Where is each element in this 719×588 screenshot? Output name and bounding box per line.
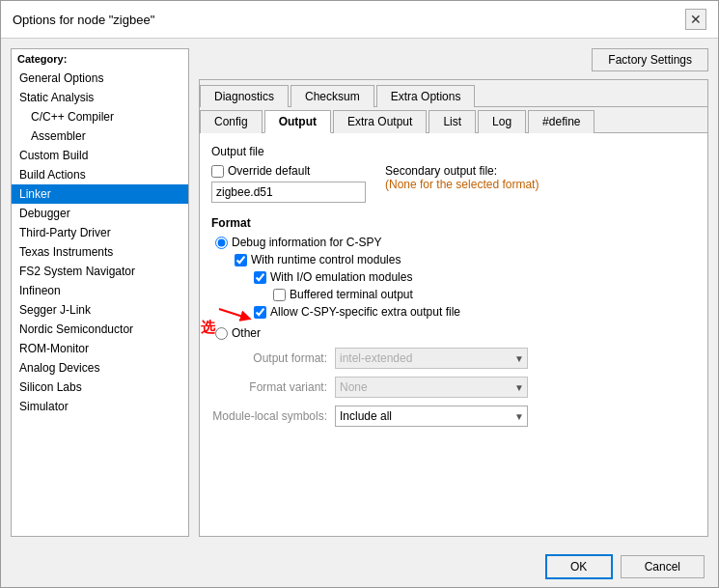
debug-info-label: Debug information for C-SPY bbox=[232, 236, 381, 249]
tab-row-bottom: Config Output Extra Output List Log #def… bbox=[200, 107, 707, 133]
content-area: Factory Settings Diagnostics Checksum Ex… bbox=[199, 48, 708, 537]
buffered-terminal-checkbox[interactable] bbox=[273, 289, 286, 301]
sidebar-item-segger-jlink[interactable]: Segger J-Link bbox=[12, 300, 188, 320]
format-variant-label: Format variant: bbox=[211, 380, 327, 394]
runtime-control-row: With runtime control modules bbox=[235, 253, 696, 266]
svg-line-1 bbox=[219, 309, 246, 318]
secondary-output-info: Secondary output file: (None for the sel… bbox=[385, 164, 539, 191]
format-variant-select[interactable]: None bbox=[335, 377, 528, 398]
output-format-label: Output format: bbox=[211, 351, 327, 365]
sidebar-item-custom-build[interactable]: Custom Build bbox=[12, 146, 188, 165]
format-variant-row: Format variant: None ▼ bbox=[211, 377, 696, 398]
chinese-annotation: 勾选 bbox=[200, 319, 215, 337]
sidebar-item-third-party-driver[interactable]: Third-Party Driver bbox=[12, 223, 188, 242]
sidebar-item-texas-instruments[interactable]: Texas Instruments bbox=[12, 242, 188, 262]
override-default-row: Override default bbox=[211, 164, 366, 178]
sidebar-item-simulator[interactable]: Simulator bbox=[12, 397, 188, 416]
sidebar-item-rom-monitor[interactable]: ROM-Monitor bbox=[12, 339, 188, 358]
tab-extra-options[interactable]: Extra Options bbox=[376, 85, 476, 107]
sidebar-item-nordic-semiconductor[interactable]: Nordic Semiconductor bbox=[12, 320, 188, 339]
tab-list[interactable]: List bbox=[429, 110, 476, 133]
other-radio[interactable] bbox=[215, 327, 228, 340]
factory-btn-row: Factory Settings bbox=[199, 48, 708, 71]
dialog: Options for node "zigbee" ✕ Category: Ge… bbox=[0, 0, 719, 588]
sidebar-item-general-options[interactable]: General Options bbox=[12, 69, 188, 88]
close-button[interactable]: ✕ bbox=[685, 9, 706, 30]
panel-content: Output file Override default Secondary bbox=[200, 133, 707, 536]
red-arrow-icon bbox=[217, 303, 252, 324]
secondary-output-label: Secondary output file: bbox=[385, 164, 539, 178]
allow-cspy-label: Allow C-SPY-specific extra output file bbox=[270, 305, 460, 319]
runtime-control-label: With runtime control modules bbox=[251, 253, 401, 266]
output-file-left: Override default bbox=[211, 164, 366, 203]
cancel-button[interactable]: Cancel bbox=[621, 555, 705, 578]
io-emulation-row: With I/O emulation modules bbox=[254, 270, 696, 284]
output-file-row: Override default Secondary output file: … bbox=[211, 164, 696, 203]
title-bar: Options for node "zigbee" ✕ bbox=[1, 1, 718, 39]
debug-info-radio[interactable] bbox=[215, 237, 228, 249]
filename-input[interactable] bbox=[211, 182, 366, 203]
io-emulation-checkbox[interactable] bbox=[254, 271, 266, 284]
module-local-select[interactable]: Include all bbox=[335, 406, 528, 427]
sidebar-item-static-analysis[interactable]: Static Analysis bbox=[12, 88, 188, 107]
dialog-body: Category: General Options Static Analysi… bbox=[1, 39, 718, 546]
format-radio-group: Debug information for C-SPY With runtime… bbox=[215, 236, 696, 340]
runtime-control-checkbox[interactable] bbox=[235, 254, 247, 266]
sidebar-item-linker[interactable]: Linker bbox=[12, 184, 188, 204]
sidebar-item-infineon[interactable]: Infineon bbox=[12, 281, 188, 300]
override-default-label: Override default bbox=[228, 164, 310, 178]
allow-cspy-row: Allow C-SPY-specific extra output file 勾… bbox=[254, 305, 696, 319]
output-file-label: Output file bbox=[211, 145, 696, 158]
other-label: Other bbox=[232, 326, 261, 340]
output-format-select[interactable]: intel-extended bbox=[335, 348, 528, 369]
other-row: Other bbox=[215, 326, 696, 340]
sidebar-item-fs2-system-navigator[interactable]: FS2 System Navigator bbox=[12, 262, 188, 281]
io-emulation-label: With I/O emulation modules bbox=[270, 270, 412, 284]
factory-settings-button[interactable]: Factory Settings bbox=[592, 48, 708, 71]
buffered-terminal-row: Buffered terminal output bbox=[273, 288, 696, 301]
tab-log[interactable]: Log bbox=[478, 110, 526, 133]
category-label: Category: bbox=[12, 49, 188, 69]
output-format-wrapper: intel-extended ▼ bbox=[335, 348, 528, 369]
module-local-row: Module-local symbols: Include all ▼ bbox=[211, 406, 696, 427]
format-variant-wrapper: None ▼ bbox=[335, 377, 528, 398]
sidebar-item-silicon-labs[interactable]: Silicon Labs bbox=[12, 378, 188, 397]
module-local-label: Module-local symbols: bbox=[211, 409, 327, 423]
tab-extra-output[interactable]: Extra Output bbox=[333, 110, 427, 133]
format-label: Format bbox=[211, 216, 696, 230]
sidebar: Category: General Options Static Analysi… bbox=[11, 48, 189, 537]
sidebar-item-analog-devices[interactable]: Analog Devices bbox=[12, 358, 188, 378]
tab-row-top: Diagnostics Checksum Extra Options bbox=[200, 80, 707, 107]
tab-define[interactable]: #define bbox=[528, 110, 595, 133]
buffered-terminal-label: Buffered terminal output bbox=[290, 288, 413, 301]
output-format-row: Output format: intel-extended ▼ bbox=[211, 348, 696, 369]
debug-info-row: Debug information for C-SPY bbox=[215, 236, 696, 249]
sidebar-item-c-cpp-compiler[interactable]: C/C++ Compiler bbox=[12, 107, 188, 126]
override-default-checkbox[interactable] bbox=[211, 165, 224, 178]
ok-button[interactable]: OK bbox=[545, 554, 613, 579]
dialog-title: Options for node "zigbee" bbox=[13, 13, 154, 27]
tab-diagnostics[interactable]: Diagnostics bbox=[200, 85, 289, 107]
output-file-section: Output file Override default Secondary bbox=[211, 145, 696, 203]
sidebar-item-build-actions[interactable]: Build Actions bbox=[12, 165, 188, 184]
allow-cspy-checkbox[interactable] bbox=[254, 306, 266, 319]
sidebar-item-assembler[interactable]: Assembler bbox=[12, 126, 188, 146]
tab-output[interactable]: Output bbox=[264, 110, 331, 133]
module-local-wrapper: Include all ▼ bbox=[335, 406, 528, 427]
sidebar-item-debugger[interactable]: Debugger bbox=[12, 204, 188, 223]
format-section: Format Debug information for C-SPY With … bbox=[211, 216, 696, 427]
dialog-footer: OK Cancel bbox=[1, 546, 718, 587]
tab-checksum[interactable]: Checksum bbox=[290, 85, 374, 107]
options-panel: Diagnostics Checksum Extra Options Confi… bbox=[199, 79, 708, 537]
tab-config[interactable]: Config bbox=[200, 110, 263, 133]
secondary-output-value: (None for the selected format) bbox=[385, 178, 539, 191]
